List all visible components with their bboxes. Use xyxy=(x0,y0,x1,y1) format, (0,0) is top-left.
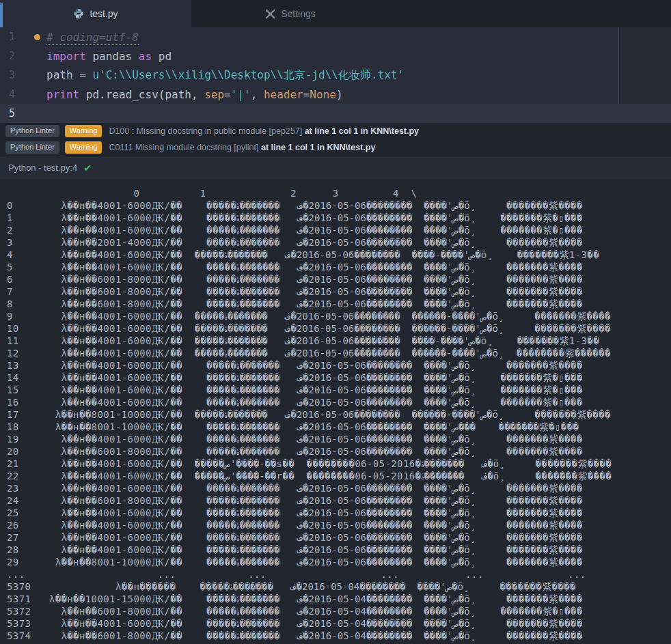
code-editor[interactable]: 1# coding=utf-82import pandas as pd3path… xyxy=(0,27,671,123)
warning-badge: Warning xyxy=(65,141,102,154)
code-token: path = xyxy=(46,68,92,81)
line-number: 3 xyxy=(0,69,15,81)
code-token: pd xyxy=(152,50,172,63)
code-token: = xyxy=(224,88,231,101)
code-token: ) xyxy=(336,88,343,101)
line-number: 4 xyxy=(0,88,15,100)
dataframe-output: 0 1 2 3 4 \ 0 λ��н��4001-6000Ԫ/�� �����ص… xyxy=(7,187,671,642)
linter-source-badge: Python Linter xyxy=(5,125,59,137)
code-text: # coding=utf-8 xyxy=(46,31,139,44)
tab-settings[interactable]: Settings xyxy=(191,0,389,27)
tab-testpy[interactable]: test.py xyxy=(0,0,191,27)
tab-label-settings: Settings xyxy=(281,8,316,19)
code-token: '|' xyxy=(231,88,251,101)
script-output-header: Python - test.py:4 ✔ xyxy=(0,156,671,179)
code-line-1[interactable]: 1# coding=utf-8 xyxy=(0,27,671,46)
linter-source-badge: Python Linter xyxy=(5,141,59,154)
code-token: # coding=utf-8 xyxy=(46,31,139,45)
tools-icon xyxy=(265,9,275,19)
lint-warning-0[interactable]: Python LinterWarningD100 : Missing docst… xyxy=(0,123,671,139)
code-token: as xyxy=(139,50,152,63)
code-token: = xyxy=(303,88,310,101)
lint-message: C0111 Missing module docstring [pylint] … xyxy=(109,143,375,152)
line-number: 2 xyxy=(0,50,15,62)
code-token: print xyxy=(46,88,79,101)
code-token: None xyxy=(310,88,336,101)
warning-badge: Warning xyxy=(65,125,102,137)
lint-warning-dot-icon xyxy=(34,34,40,40)
code-token: , xyxy=(251,88,264,101)
code-text: print pd.read_csv(path, sep='|', header=… xyxy=(46,88,343,101)
linter-panel: Python LinterWarningD100 : Missing docst… xyxy=(0,123,671,156)
code-lines: 1# coding=utf-82import pandas as pd3path… xyxy=(0,27,671,123)
lint-message: D100 : Missing docstring in public modul… xyxy=(109,126,419,136)
python-file-icon xyxy=(73,8,84,19)
code-line-2[interactable]: 2import pandas as pd xyxy=(0,46,671,66)
code-line-4[interactable]: 4print pd.read_csv(path, sep='|', header… xyxy=(0,85,671,104)
active-tab-accent xyxy=(0,3,3,27)
code-line-5[interactable]: 5 xyxy=(0,104,671,123)
code-token: pandas xyxy=(86,50,139,63)
code-token: pd.read_csv(path, xyxy=(79,88,204,101)
lint-location: at line 1 col 1 in KNN\test.py xyxy=(261,143,375,152)
line-number: 1 xyxy=(0,31,15,43)
tab-bar: test.py Settings xyxy=(0,0,671,27)
run-status-label: Python - test.py:4 xyxy=(8,163,77,173)
code-text: import pandas as pd xyxy=(46,50,172,63)
gutter xyxy=(15,34,46,40)
tab-label-testpy: test.py xyxy=(90,8,118,19)
lint-warning-1[interactable]: Python LinterWarningC0111 Missing module… xyxy=(0,139,671,156)
success-check-icon: ✔ xyxy=(83,163,92,173)
code-text: path = u'C:\\Users\\xilig\\Desktop\\北京-j… xyxy=(46,68,404,83)
code-token: u'C:\\Users\\xilig\\Desktop\\北京-jd\\化妆师.… xyxy=(92,68,404,81)
script-output-panel[interactable]: 0 1 2 3 4 \ 0 λ��н��4001-6000Ԫ/�� �����ص… xyxy=(0,179,671,644)
lint-location: at line 1 col 1 in KNN\test.py xyxy=(305,126,419,136)
line-number: 5 xyxy=(0,107,15,120)
code-token: sep xyxy=(204,88,224,101)
editor-window: test.py Settings 1# coding=utf-82import … xyxy=(0,0,671,644)
code-line-3[interactable]: 3path = u'C:\\Users\\xilig\\Desktop\\北京-… xyxy=(0,66,671,85)
code-token: header xyxy=(264,88,303,101)
code-token: import xyxy=(46,50,86,63)
